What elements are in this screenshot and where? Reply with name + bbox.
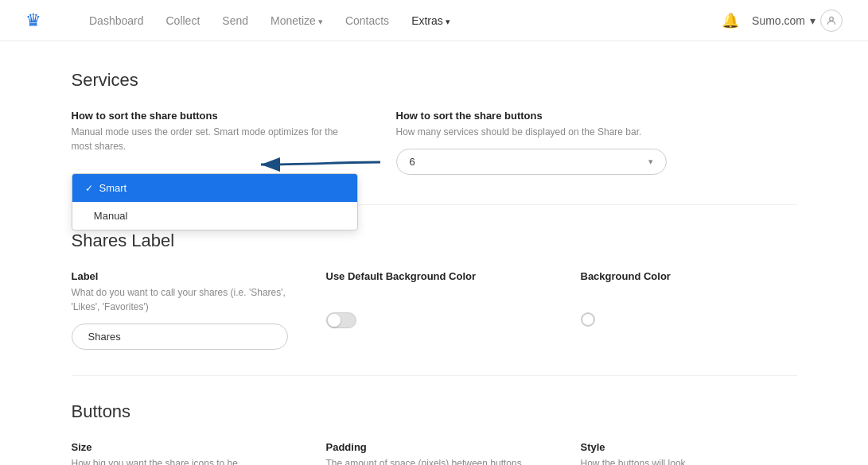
check-icon: ✓ bbox=[85, 183, 93, 194]
use-default-bg-title: Use Default Background Color bbox=[326, 270, 543, 282]
bg-color-title: Background Color bbox=[581, 270, 797, 282]
user-chevron-icon: ▾ bbox=[810, 14, 815, 27]
size-title: Size bbox=[72, 441, 288, 453]
user-label: Sumo.com bbox=[752, 14, 805, 27]
navbar: ♛ Dashboard Collect Send Monetize Contac… bbox=[0, 0, 868, 41]
sort-manual-label: Manual bbox=[94, 210, 128, 222]
nav-right: 🔔 Sumo.com ▾ bbox=[722, 10, 843, 32]
nav-link-dashboard[interactable]: Dashboard bbox=[89, 14, 144, 27]
check-placeholder bbox=[85, 211, 88, 222]
services-title: Services bbox=[72, 70, 797, 91]
logo[interactable]: ♛ bbox=[25, 10, 41, 31]
use-default-bg-col: Use Default Background Color bbox=[326, 270, 543, 350]
style-desc: How the buttons will look. bbox=[581, 456, 797, 465]
sort-dropdown-open[interactable]: ✓ Smart Manual bbox=[72, 173, 358, 231]
nav-link-extras[interactable]: Extras bbox=[411, 14, 450, 27]
size-desc: How big you want the share icons to be. bbox=[72, 456, 288, 465]
svg-point-0 bbox=[830, 17, 834, 21]
count-dropdown-wrapper: 6 ▾ bbox=[396, 149, 667, 175]
divider-2 bbox=[72, 375, 797, 376]
style-title: Style bbox=[581, 441, 797, 453]
count-value: 6 bbox=[410, 156, 415, 168]
padding-title: Padding bbox=[326, 441, 543, 453]
sort-desc: Manual mode uses the order set. Smart mo… bbox=[72, 125, 358, 153]
nav-link-send[interactable]: Send bbox=[222, 14, 248, 27]
count-label: How to sort the share buttons bbox=[396, 110, 797, 122]
services-row: How to sort the share buttons Manual mod… bbox=[72, 110, 797, 176]
style-col: Style How the buttons will look. Square … bbox=[581, 441, 797, 465]
buttons-row: Size How big you want the share icons to… bbox=[72, 441, 797, 465]
sort-option-smart[interactable]: ✓ Smart bbox=[72, 174, 357, 202]
count-dropdown[interactable]: 6 ▾ bbox=[396, 149, 667, 175]
label-input[interactable] bbox=[72, 324, 288, 350]
shares-row: Label What do you want to call your shar… bbox=[72, 270, 797, 350]
shares-label-title: Shares Label bbox=[72, 231, 797, 251]
nav-link-monetize[interactable]: Monetize bbox=[271, 14, 323, 27]
buttons-title: Buttons bbox=[72, 401, 797, 422]
count-desc: How many services should be displayed on… bbox=[396, 125, 797, 139]
sort-smart-label: Smart bbox=[99, 182, 127, 194]
size-col: Size How big you want the share icons to… bbox=[72, 441, 288, 465]
count-chevron-icon: ▾ bbox=[648, 157, 653, 167]
avatar bbox=[820, 10, 843, 32]
label-title: Label bbox=[72, 270, 288, 282]
main-content: Services How to sort the share buttons M… bbox=[53, 41, 816, 465]
user-menu[interactable]: Sumo.com ▾ bbox=[752, 10, 843, 32]
count-col: How to sort the share buttons How many s… bbox=[396, 110, 797, 176]
nav-link-contacts[interactable]: Contacts bbox=[345, 14, 389, 27]
padding-desc: The amount of space (pixels) between but… bbox=[326, 456, 543, 465]
nav-links: Dashboard Collect Send Monetize Contacts… bbox=[89, 14, 722, 27]
nav-link-collect[interactable]: Collect bbox=[166, 14, 200, 27]
bg-color-col: Background Color bbox=[581, 270, 797, 350]
use-default-bg-toggle[interactable] bbox=[326, 312, 356, 328]
bell-icon[interactable]: 🔔 bbox=[722, 12, 739, 29]
padding-col: Padding The amount of space (pixels) bet… bbox=[326, 441, 543, 465]
sort-label: How to sort the share buttons bbox=[72, 110, 358, 122]
sort-option-manual[interactable]: Manual bbox=[72, 202, 357, 230]
toggle-knob bbox=[328, 314, 341, 327]
sort-col: How to sort the share buttons Manual mod… bbox=[72, 110, 358, 176]
bg-color-radio[interactable] bbox=[581, 312, 595, 327]
label-desc: What do you want to call your shares (i.… bbox=[72, 285, 288, 314]
label-col: Label What do you want to call your shar… bbox=[72, 270, 288, 350]
